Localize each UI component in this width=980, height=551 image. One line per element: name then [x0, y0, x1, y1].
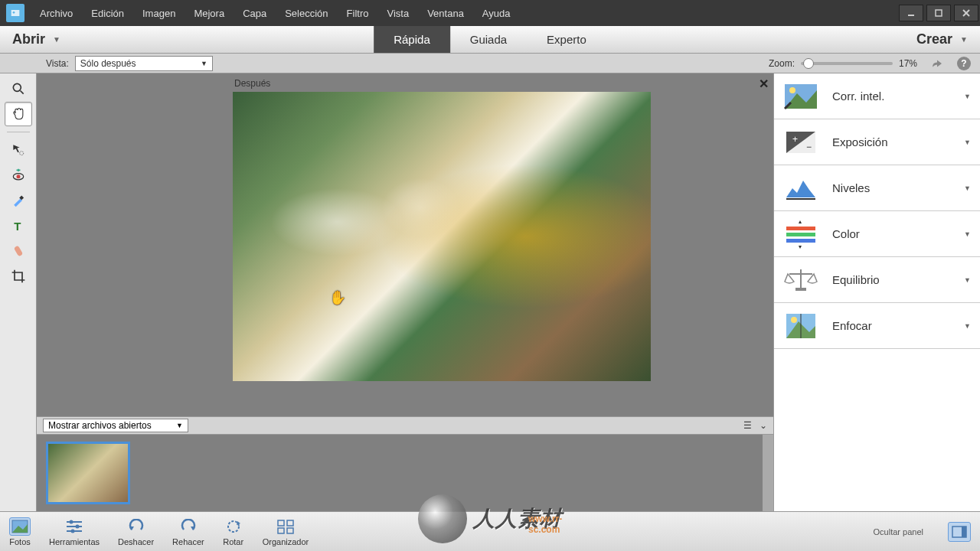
close-document-button[interactable]: ✕ [759, 77, 769, 91]
watermark: 人人素材 www.rr-sc.com [418, 494, 562, 543]
menu-ventana[interactable]: Ventana [418, 0, 473, 26]
slider-thumb[interactable] [803, 58, 814, 69]
list-view-icon[interactable]: ☰ [743, 420, 752, 431]
button-label: Herramientas [49, 537, 100, 546]
vista-label: Vista: [46, 58, 69, 69]
adj-color[interactable]: Color ▼ [774, 211, 980, 257]
hide-panel-label[interactable]: Ocultar panel [874, 527, 923, 536]
adj-label: Enfocar [832, 319, 950, 332]
undo-button[interactable]: Deshacer [118, 517, 154, 546]
menu-mejora[interactable]: Mejora [185, 0, 234, 26]
menu-capa[interactable]: Capa [234, 0, 276, 26]
app-icon [6, 4, 24, 22]
menu-vista[interactable]: Vista [377, 0, 418, 26]
text-tool[interactable]: T [5, 214, 32, 238]
minimize-button[interactable] [899, 5, 923, 21]
chevron-down-icon[interactable]: ⌄ [760, 420, 767, 431]
menu-seleccion[interactable]: Selección [276, 0, 337, 26]
chevron-down-icon: ▼ [960, 35, 968, 44]
mode-tabs: Rápida Guiada Experto [374, 26, 606, 53]
canvas-area[interactable]: ✕ Después ✋ [37, 73, 773, 416]
panel-toggle-button[interactable] [948, 522, 971, 542]
open-menu[interactable]: Abrir ▼ [0, 31, 73, 47]
rotate-icon [223, 517, 244, 536]
adj-exposure[interactable]: +− Exposición ▼ [774, 119, 980, 165]
photo-thumbnail[interactable] [46, 442, 130, 504]
tab-guiada[interactable]: Guiada [450, 26, 527, 53]
button-label: Rehacer [172, 537, 204, 546]
zoom-group: Zoom: 17% ? [769, 56, 971, 71]
mode-bar: Abrir ▼ Rápida Guiada Experto Crear ▼ [0, 26, 980, 54]
crop-tool[interactable] [5, 264, 32, 289]
chevron-down-icon: ▼ [964, 322, 971, 330]
bottom-bar: Fotos Herramientas Deshacer Rehacer Rota… [0, 511, 980, 551]
chevron-down-icon: ▼ [964, 184, 971, 192]
create-label: Crear [916, 31, 952, 47]
adjustments-panel: Corr. intel. ▼ +− Exposición ▼ Niveles ▼… [773, 73, 980, 511]
button-label: Rotar [223, 537, 243, 546]
levels-icon [783, 173, 818, 204]
svg-point-18 [789, 87, 795, 93]
create-menu[interactable]: Crear ▼ [904, 31, 980, 47]
chevron-down-icon: ▼ [176, 422, 183, 429]
bin-select[interactable]: Mostrar archivos abiertos ▼ [43, 419, 188, 432]
svg-rect-27 [786, 239, 815, 243]
close-button[interactable] [954, 5, 978, 21]
redo-button[interactable]: Rehacer [172, 517, 204, 546]
spot-heal-tool[interactable] [5, 239, 32, 263]
adj-smartfix[interactable]: Corr. intel. ▼ [774, 73, 980, 119]
menu-edicion[interactable]: Edición [82, 0, 133, 26]
svg-rect-52 [287, 528, 293, 533]
vista-select[interactable]: Sólo después ▼ [75, 56, 213, 71]
menu-archivo[interactable]: Archivo [31, 0, 82, 26]
document-image[interactable]: ✋ [233, 92, 651, 381]
maximize-button[interactable] [926, 5, 951, 21]
tab-rapida[interactable]: Rápida [374, 26, 450, 53]
open-label: Abrir [12, 31, 45, 47]
organizer-button[interactable]: Organizador [263, 517, 309, 546]
svg-rect-15 [13, 246, 22, 257]
adj-label: Niveles [832, 181, 950, 194]
menu-filtro[interactable]: Filtro [338, 0, 378, 26]
chevron-down-icon: ▼ [964, 93, 971, 100]
menu-ayuda[interactable]: Ayuda [473, 0, 520, 26]
quick-select-tool[interactable] [5, 138, 32, 162]
adj-balance[interactable]: Equilibrio ▼ [774, 257, 980, 303]
adj-label: Color [832, 227, 950, 240]
rotate-button[interactable]: Rotar [223, 517, 244, 546]
help-icon[interactable]: ? [957, 57, 971, 70]
svg-point-35 [791, 317, 797, 323]
adj-levels[interactable]: Niveles ▼ [774, 165, 980, 211]
svg-rect-49 [278, 520, 284, 526]
photo-bin [37, 435, 773, 511]
hand-tool[interactable] [5, 102, 32, 126]
redeye-tool[interactable] [5, 163, 32, 187]
svg-rect-50 [287, 520, 293, 526]
window-controls [897, 2, 980, 24]
redo-icon [178, 517, 199, 536]
photo-bin-header: Mostrar archivos abiertos ▼ ☰ ⌄ [37, 416, 773, 435]
svg-rect-32 [795, 288, 806, 291]
adj-label: Equilibrio [832, 273, 950, 286]
bin-select-value: Mostrar archivos abiertos [48, 420, 152, 431]
menu-imagen[interactable]: Imagen [133, 0, 185, 26]
svg-rect-25 [786, 227, 815, 230]
whiten-tool[interactable] [5, 188, 32, 213]
photos-icon [9, 517, 31, 536]
zoom-label: Zoom: [769, 58, 795, 69]
organizer-icon [275, 517, 296, 536]
adj-sharpen[interactable]: Enfocar ▼ [774, 303, 980, 349]
scrollbar[interactable] [763, 435, 773, 511]
adj-label: Exposición [832, 135, 950, 148]
svg-rect-54 [962, 527, 966, 537]
zoom-slider[interactable] [801, 62, 893, 65]
tools-button[interactable]: Herramientas [49, 517, 100, 546]
svg-rect-0 [11, 10, 20, 16]
photos-button[interactable]: Fotos [9, 517, 31, 546]
zoom-tool[interactable] [5, 77, 32, 101]
tab-experto[interactable]: Experto [527, 26, 606, 53]
share-icon[interactable] [929, 56, 945, 71]
svg-text:−: − [806, 142, 812, 152]
hand-cursor-icon: ✋ [329, 289, 346, 306]
svg-rect-51 [278, 528, 284, 533]
